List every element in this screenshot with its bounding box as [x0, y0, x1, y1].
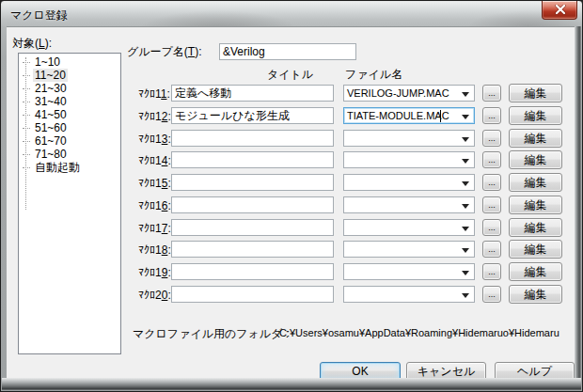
macro-12-file-combobox[interactable]: TIATE-MODULE.MAC [343, 107, 475, 124]
browse-button[interactable]: ... [482, 107, 501, 124]
macro-11-title-input[interactable] [171, 85, 334, 102]
tree-item-51-60[interactable]: 51~60 [23, 121, 120, 134]
tree-item-41-50[interactable]: 41~50 [23, 108, 120, 121]
browse-button[interactable]: ... [482, 85, 501, 102]
browse-button[interactable]: ... [482, 174, 501, 191]
macro-18-file-combobox[interactable] [343, 241, 475, 258]
macro-16-file-combobox[interactable] [343, 196, 475, 213]
chevron-down-icon[interactable] [462, 115, 469, 119]
text-caret [440, 110, 441, 122]
chevron-down-icon[interactable] [462, 181, 469, 186]
tree-item-71-80[interactable]: 71~80 [23, 148, 120, 161]
tree-item-1-10[interactable]: 1~10 [23, 55, 120, 69]
macro-11-file-combobox[interactable]: VERILOG-JUMP.MAC [343, 85, 475, 102]
edit-button[interactable]: 編集 [509, 262, 562, 281]
macro-20-title-input[interactable] [171, 286, 334, 303]
chevron-down-icon[interactable] [462, 204, 469, 209]
edit-button[interactable]: 編集 [509, 285, 562, 304]
edit-button[interactable]: 編集 [509, 150, 562, 169]
chevron-down-icon[interactable] [462, 227, 469, 231]
target-label: 対象(L): [12, 36, 52, 52]
chevron-down-icon[interactable] [462, 92, 469, 97]
edit-button[interactable]: 編集 [509, 240, 562, 259]
macro-15-label: ﾏｸﾛ15: [138, 177, 171, 190]
macro-17-title-input[interactable] [171, 219, 334, 236]
tree-item-21-30[interactable]: 21~30 [23, 82, 120, 95]
window-frame-right [575, 26, 581, 381]
macro-17-label: ﾏｸﾛ17: [138, 222, 171, 235]
macro-14-title-input[interactable] [171, 151, 334, 168]
tree-item-61-70[interactable]: 61~70 [23, 134, 120, 148]
group-name-label: グループ名(T): [127, 44, 202, 60]
browse-button[interactable]: ... [482, 219, 501, 236]
macro-15-title-input[interactable] [171, 174, 334, 191]
macro-12-title-input[interactable] [171, 107, 334, 124]
macro-18-title-input[interactable] [171, 241, 334, 258]
target-listbox: 1~10 11~20 21~30 31~40 41~50 51~60 61~70… [18, 53, 121, 354]
macro-19-title-input[interactable] [171, 263, 334, 280]
chevron-down-icon[interactable] [462, 137, 469, 142]
window-frame-bottom [2, 378, 581, 390]
tree-item-11-20[interactable]: 11~20 [23, 69, 120, 82]
browse-button[interactable]: ... [482, 263, 501, 280]
macro-14-label: ﾏｸﾛ14: [138, 154, 171, 167]
close-icon [555, 5, 566, 15]
file-column-header: ファイル名 [345, 67, 402, 83]
group-name-input[interactable] [219, 43, 356, 60]
edit-button[interactable]: 編集 [509, 218, 562, 237]
tree-item-31-40[interactable]: 31~40 [23, 95, 120, 108]
browse-button[interactable]: ... [482, 130, 501, 147]
macro-14-file-combobox[interactable] [343, 151, 475, 168]
macro-registration-dialog: マクロ登録 対象(L): 1~10 11~20 21~30 31~40 41~5… [0, 0, 583, 392]
macro-19-file-combobox[interactable] [343, 263, 475, 280]
macro-15-file-combobox[interactable] [343, 174, 475, 191]
chevron-down-icon[interactable] [462, 293, 469, 298]
close-button[interactable] [542, 1, 577, 20]
macro-20-file-combobox[interactable] [343, 286, 475, 303]
chevron-down-icon[interactable] [462, 159, 469, 164]
edit-button[interactable]: 編集 [509, 129, 562, 148]
edit-button[interactable]: 編集 [509, 196, 562, 214]
browse-button[interactable]: ... [482, 196, 501, 213]
dialog-body: 対象(L): 1~10 11~20 21~30 31~40 41~50 51~6… [7, 26, 577, 381]
title-column-header: タイトル [267, 67, 313, 83]
macro-19-label: ﾏｸﾛ19: [138, 266, 171, 279]
macro-20-label: ﾏｸﾛ20: [138, 289, 171, 302]
chevron-down-icon[interactable] [462, 271, 469, 275]
macro-13-file-combobox[interactable] [343, 130, 475, 147]
macro-13-title-input[interactable] [171, 130, 334, 147]
edit-button[interactable]: 編集 [509, 173, 562, 192]
macro-17-file-combobox[interactable] [343, 219, 475, 236]
macro-18-label: ﾏｸﾛ18: [138, 243, 171, 257]
macro-folder-path: C:¥Users¥osamu¥AppData¥Roaming¥Hidemaruo… [279, 327, 573, 338]
browse-button[interactable]: ... [482, 151, 501, 168]
browse-button[interactable]: ... [482, 286, 501, 303]
window-title: マクロ登録 [10, 8, 68, 24]
macro-11-label: ﾏｸﾛ11: [138, 87, 170, 101]
edit-button[interactable]: 編集 [509, 84, 562, 102]
macro-12-label: ﾏｸﾛ12: [138, 110, 171, 123]
tree-item-autostart[interactable]: 自動起動 [23, 161, 120, 174]
macro-folder-label: マクロファイル用のフォルダ : [133, 326, 289, 342]
edit-button[interactable]: 編集 [509, 106, 562, 125]
chevron-down-icon[interactable] [462, 248, 469, 253]
browse-button[interactable]: ... [482, 241, 501, 258]
macro-16-label: ﾏｸﾛ16: [138, 199, 171, 212]
title-bar[interactable]: マクロ登録 [2, 2, 581, 26]
macro-13-label: ﾏｸﾛ13: [138, 133, 171, 146]
macro-16-title-input[interactable] [171, 196, 334, 213]
